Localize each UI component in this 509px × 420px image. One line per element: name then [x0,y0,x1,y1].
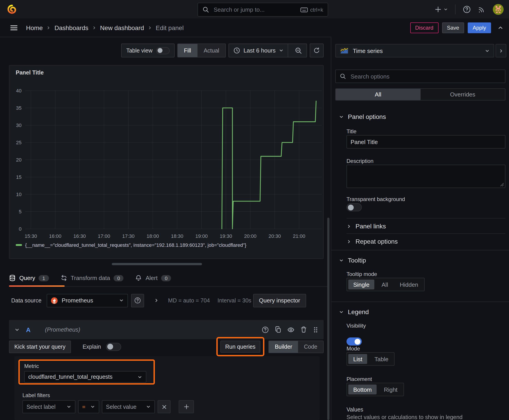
legend-placement-right[interactable]: Right [378,383,403,396]
breadcrumb: Home Dashboards New dashboard Edit panel [26,24,183,31]
tooltip-section-header[interactable]: Tooltip [339,257,366,264]
kick-start-query-button[interactable]: Kick start your query [9,340,71,353]
table-view-toggle[interactable] [156,47,169,54]
run-queries-button[interactable]: Run queries [220,341,261,353]
legend-placement-bottom[interactable]: Bottom [348,384,377,394]
panel-links-section-header[interactable]: Panel links [347,223,386,230]
viz-suggestions-button[interactable] [495,44,506,57]
global-search-input[interactable]: ctrl+k [198,3,328,17]
news-rss-icon[interactable] [478,5,486,13]
tooltip-mode-single[interactable]: Single [348,279,374,289]
datasource-help-button[interactable] [131,294,144,307]
viz-type-picker[interactable]: Time series [335,44,494,57]
clock-icon [234,47,240,54]
help-icon[interactable] [463,5,471,13]
tab-all[interactable]: All [336,89,420,100]
breadcrumb-new-dashboard[interactable]: New dashboard [100,24,144,31]
legend-visibility-toggle[interactable] [347,338,362,345]
legend-section-header[interactable]: Legend [339,308,369,315]
grafana-logo-icon[interactable] [6,3,18,15]
svg-text:30: 30 [16,122,22,128]
transparent-background-toggle[interactable] [347,203,362,211]
table-view-label: Table view [126,47,153,54]
metric-select[interactable]: cloudflared_tunnel_total_requests [24,371,146,383]
query-ref-id: A [26,326,30,333]
query-inspector-button[interactable]: Query inspector [253,294,306,307]
query-help-icon[interactable] [262,326,269,333]
tab-query-label: Query [19,275,35,281]
svg-text:15: 15 [16,174,22,180]
chevron-right-icon [347,239,351,244]
fill-option[interactable]: Fill [177,44,197,57]
add-filter-button[interactable] [179,400,194,413]
tab-overrides[interactable]: Overrides [420,89,505,100]
builder-option[interactable]: Builder [269,341,298,352]
legend-heading: Legend [348,308,369,315]
svg-text:17:00: 17:00 [98,233,110,239]
tab-alert[interactable]: Alert 0 [135,270,171,286]
legend-values-hint: Select values or calculations to show in… [347,414,463,420]
breadcrumb-home[interactable]: Home [26,24,43,31]
panel-title-input[interactable] [347,135,505,149]
table-view-toggle-group: Table view [122,44,175,57]
legend-item[interactable]: {__name__="cloudflared_tunnel_total_requ… [16,242,246,248]
remove-filter-button[interactable] [158,400,171,413]
description-label: Description [347,158,373,164]
zoom-out-button[interactable] [292,47,305,54]
options-filter-tabs: All Overrides [335,88,505,100]
timeseries-panel[interactable]: Panel Title 051015202530354015:3016:0016… [9,65,324,259]
delete-query-trash-icon[interactable] [300,326,307,333]
explain-toggle[interactable] [106,343,121,351]
menu-hamburger-icon[interactable] [10,23,18,32]
add-new-button[interactable] [434,6,448,13]
legend-mode-list[interactable]: List [348,354,367,364]
main-area: Table view Fill Actual Last 6 hours [0,37,331,420]
breadcrumb-dashboards[interactable]: Dashboards [54,24,88,31]
actual-option[interactable]: Actual [197,44,226,57]
tab-transform-label: Transform data [71,275,110,281]
drag-handle-grip-icon[interactable] [313,326,318,333]
viz-type-value: Time series [353,47,383,54]
top-nav: ctrl+k [0,0,509,19]
legend-mode-table[interactable]: Table [369,353,394,365]
transparent-background-label: Transparent background [347,196,405,202]
datasource-picker[interactable]: Prometheus [47,294,128,307]
options-search-input[interactable] [350,73,501,80]
textarea-resize-grip[interactable] [500,183,504,187]
operator-value: = [82,404,85,410]
tab-alert-label: Alert [146,275,158,281]
discard-button[interactable]: Discard [410,22,438,33]
tab-query[interactable]: Query 1 [9,270,49,286]
options-search-box[interactable] [335,69,505,83]
operator-dropdown[interactable]: = [78,400,99,413]
toggle-visibility-eye-icon[interactable] [287,326,295,333]
refresh-button[interactable] [310,44,324,57]
time-range-picker[interactable]: Last 6 hours [243,47,276,54]
panel-description-textarea[interactable] [347,165,505,188]
svg-text:20:30: 20:30 [268,233,281,239]
repeat-options-section-header[interactable]: Repeat options [347,238,398,245]
panel-options-section-header[interactable]: Panel options [339,113,386,120]
divider [331,250,509,250]
prometheus-icon [51,297,58,304]
stats-interval: Interval = 30s [218,297,251,304]
tooltip-mode-hidden[interactable]: Hidden [394,278,424,291]
select-label-dropdown[interactable]: Select label [23,400,76,413]
tab-transform-data[interactable]: Transform data 0 [60,270,124,286]
expand-stats-chevron-icon[interactable] [154,298,159,303]
global-search-field[interactable] [213,6,297,14]
user-avatar[interactable] [493,4,504,15]
save-button[interactable]: Save [442,22,464,33]
select-value-dropdown[interactable]: Select value [102,400,155,413]
collapse-query-chevron-icon[interactable] [14,327,20,332]
query-row-header[interactable]: A (Prometheus) [9,320,324,339]
tooltip-mode-all[interactable]: All [376,278,394,291]
duplicate-query-icon[interactable] [275,326,281,333]
apply-button[interactable]: Apply [468,22,491,33]
panel-resize-handle[interactable] [112,263,202,265]
page-header: Home Dashboards New dashboard Edit panel… [0,18,509,37]
svg-text:40: 40 [16,88,22,94]
code-option[interactable]: Code [298,341,323,352]
collapse-header-chevron-up-icon[interactable] [497,24,504,31]
vertical-scrollbar[interactable] [327,218,329,420]
